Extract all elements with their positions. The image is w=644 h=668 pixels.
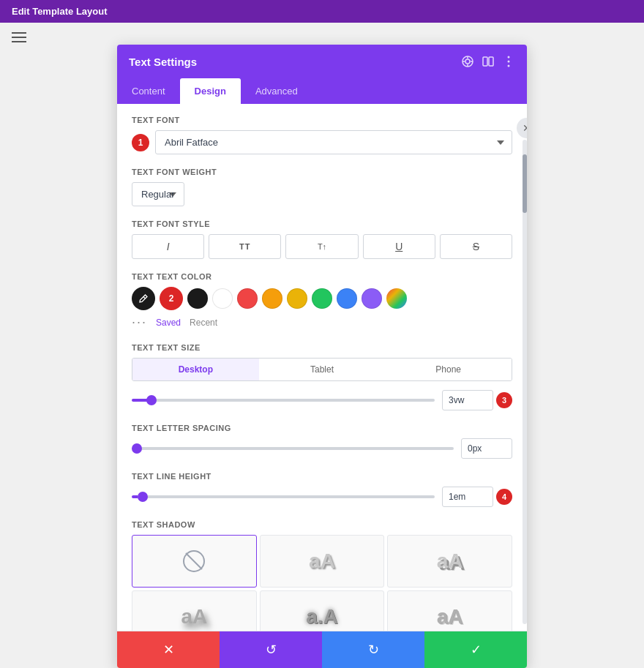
badge-3: 3 [496, 392, 512, 408]
scrollbar-track[interactable] [523, 140, 527, 624]
shadow-2[interactable]: aA [387, 535, 512, 588]
more-options-icon[interactable] [502, 55, 515, 68]
color-more[interactable]: ··· [132, 315, 147, 330]
capitalize-button[interactable]: T↑ [285, 234, 358, 259]
tab-advanced[interactable]: Advanced [241, 78, 312, 104]
line-height-slider-row: 4 [132, 487, 512, 507]
font-select[interactable]: Abril Fatface [155, 130, 512, 154]
device-tab-desktop[interactable]: Desktop [132, 359, 259, 380]
letter-spacing-section: Text Letter Spacing [132, 424, 512, 459]
text-shadow-section: Text Shadow aA aA [132, 520, 512, 631]
device-tab-phone[interactable]: Phone [385, 359, 512, 380]
letter-spacing-slider-row [132, 438, 512, 459]
text-font-label: Text Font [132, 116, 512, 124]
line-height-label: Text Line Height [132, 472, 512, 481]
line-height-value[interactable] [442, 487, 493, 507]
svg-point-10 [508, 65, 510, 67]
badge-4: 4 [496, 489, 512, 505]
tab-design[interactable]: Design [180, 78, 241, 104]
letter-spacing-label: Text Letter Spacing [132, 424, 512, 432]
badge-1: 1 [132, 134, 149, 151]
tab-content[interactable]: Content [117, 78, 180, 104]
text-font-section: Text Font 1 Abril Fatface [132, 116, 512, 154]
modal-tabs: Content Design Advanced [117, 78, 527, 104]
modal-header: Text Settings [117, 45, 527, 78]
svg-point-8 [508, 56, 510, 59]
shadow-1[interactable]: aA [260, 535, 385, 588]
line-height-section: Text Line Height 4 [132, 472, 512, 507]
letter-spacing-value[interactable] [461, 438, 512, 459]
cancel-button[interactable]: ✕ [117, 631, 220, 668]
color-amber[interactable] [262, 288, 282, 309]
color-black[interactable] [187, 288, 208, 309]
text-font-weight-section: Text Font Weight Regular [132, 168, 512, 206]
text-color-section: Text Text Color 2 [132, 272, 512, 330]
top-bar: Edit Template Layout [0, 0, 644, 23]
shadow-none[interactable] [132, 535, 257, 588]
strikethrough-button[interactable]: S [440, 234, 512, 259]
svg-point-1 [465, 59, 470, 64]
color-recent[interactable]: Recent [190, 318, 217, 328]
modal-body: Text Font 1 Abril Fatface Text Font Weig… [117, 104, 527, 631]
text-size-value-wrapper: 3 [442, 390, 512, 410]
svg-rect-7 [489, 57, 493, 66]
font-select-wrapper: 1 Abril Fatface [132, 130, 512, 154]
color-actions: ··· Saved Recent [132, 315, 512, 330]
modal: Text Settings [117, 45, 527, 668]
uppercase-button[interactable]: TT [209, 234, 281, 259]
device-tab-tablet[interactable]: Tablet [259, 359, 386, 380]
columns-icon[interactable] [482, 55, 495, 68]
text-shadow-label: Text Shadow [132, 520, 512, 529]
line-height-value-wrapper: 4 [442, 487, 512, 507]
redo-button[interactable]: ↻ [322, 631, 424, 668]
badge-2: 2 [160, 287, 183, 310]
color-red[interactable] [237, 288, 258, 309]
svg-line-11 [143, 297, 146, 299]
modal-overlay: Text Settings [0, 23, 644, 668]
shadow-5[interactable]: aA [387, 590, 512, 631]
top-bar-title: Edit Template Layout [12, 6, 108, 17]
svg-line-13 [186, 553, 202, 569]
target-icon[interactable] [461, 55, 474, 68]
color-purple[interactable] [362, 288, 382, 309]
style-buttons: I TT T↑ U S [132, 234, 512, 259]
confirm-button[interactable]: ✓ [424, 631, 527, 668]
device-tabs: Desktop Tablet Phone [132, 358, 512, 381]
svg-point-9 [508, 61, 510, 63]
modal-footer: ✕ ↺ ↻ ✓ [117, 631, 527, 668]
line-height-slider[interactable] [132, 495, 435, 498]
color-yellow[interactable] [287, 288, 307, 309]
text-font-style-section: Text Font Style I TT T↑ U S [132, 219, 512, 259]
text-font-style-label: Text Font Style [132, 219, 512, 228]
text-size-slider-row: 3 [132, 390, 512, 410]
color-white[interactable] [212, 288, 233, 309]
color-saved[interactable]: Saved [156, 318, 181, 328]
text-size-value[interactable] [442, 390, 493, 410]
italic-button[interactable]: I [132, 234, 204, 259]
text-font-weight-label: Text Font Weight [132, 168, 512, 176]
text-size-slider[interactable] [132, 399, 435, 402]
text-color-label: Text Text Color [132, 272, 512, 281]
color-green[interactable] [312, 288, 332, 309]
underline-button[interactable]: U [363, 234, 435, 259]
scrollbar-thumb[interactable] [523, 154, 527, 213]
text-size-section: Text Text Size Desktop Tablet Phone 3 [132, 343, 512, 410]
color-picker-icon[interactable] [132, 287, 155, 310]
shadow-4[interactable]: a.A [260, 590, 385, 631]
modal-title: Text Settings [129, 56, 197, 68]
reset-button[interactable]: ↺ [220, 631, 322, 668]
font-weight-select[interactable]: Regular [132, 182, 184, 206]
modal-header-icons [461, 55, 515, 68]
color-row: 2 [132, 287, 512, 310]
shadow-3[interactable]: aA [132, 590, 257, 631]
hamburger-menu[interactable] [12, 29, 26, 45]
shadow-grid: aA aA aA a.A aA [132, 535, 512, 631]
letter-spacing-slider[interactable] [132, 447, 454, 450]
color-blue[interactable] [337, 288, 357, 309]
text-size-label: Text Text Size [132, 343, 512, 352]
color-gradient[interactable] [386, 288, 407, 309]
svg-rect-6 [483, 57, 487, 66]
